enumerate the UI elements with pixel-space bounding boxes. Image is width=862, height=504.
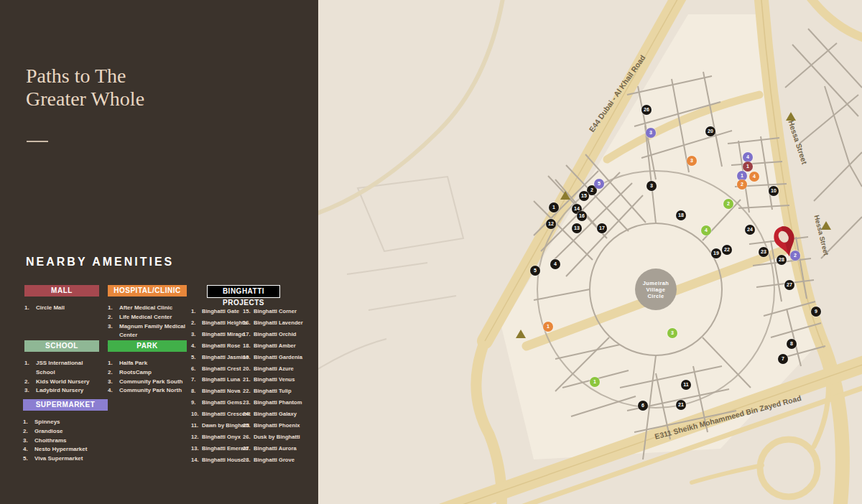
project-item: 15.Binghatti Corner <box>243 306 295 317</box>
project-marker-6: 6 <box>638 401 648 411</box>
brochure-page: Paths to The Greater Whole NEARBY AMENIT… <box>0 0 862 504</box>
project-item: 3.Binghatti Mirage <box>191 329 243 340</box>
amenities-heading: NEARBY AMENITIES <box>26 256 174 269</box>
legend-school-header: SCHOOL <box>24 340 99 352</box>
hospital-marker-3: 3 <box>687 156 697 166</box>
park-marker-4: 4 <box>701 225 711 235</box>
legend-item: 2.Kids World Nursery <box>24 378 99 387</box>
legend-item: 3.Community Park South <box>108 378 187 387</box>
legend-item: 3.Choithrams <box>23 437 108 446</box>
project-item: 19.Binghatti Gardenia <box>243 352 295 363</box>
park-marker-2: 2 <box>723 199 733 209</box>
project-item: 7.Binghatti Luna <box>191 374 243 386</box>
page-title: Paths to The Greater Whole <box>26 65 144 111</box>
project-marker-19: 19 <box>711 248 721 258</box>
project-marker-17: 17 <box>597 223 607 233</box>
project-item: 20.Binghatti Azure <box>243 363 295 375</box>
legend-item: 3.Ladybird Nursery <box>24 386 99 396</box>
project-marker-27: 27 <box>784 280 794 290</box>
project-marker-5: 5 <box>530 266 540 276</box>
project-marker-4: 4 <box>550 259 560 269</box>
project-item: 22.Binghatti Tulip <box>243 386 295 397</box>
project-marker-12: 12 <box>546 219 556 229</box>
supermarket-marker-4: 4 <box>743 152 753 162</box>
project-marker-18: 18 <box>676 210 686 220</box>
project-item: 9.Binghatti Gems <box>191 397 243 409</box>
legend-mall-header: MALL <box>24 285 99 297</box>
project-marker-24: 24 <box>745 225 755 235</box>
legend-projects-header: BINGHATTI PROJECTS <box>207 285 280 298</box>
projects-column-2: 15.Binghatti Corner16.Binghatti Lavender… <box>243 306 295 466</box>
project-marker-11: 11 <box>681 380 691 390</box>
hospital-marker-4: 4 <box>749 172 759 182</box>
project-item: 5.Binghatti Jasmine <box>191 352 243 363</box>
legend-school: SCHOOL 1.JSS International School2.Kids … <box>24 340 99 396</box>
hospital-marker-2: 2 <box>737 179 747 190</box>
legend-binghatti-projects: BINGHATTI PROJECTS 1.Binghatti Gate2.Bin… <box>191 285 296 466</box>
legend-supermarket: SUPERMARKET 1.Spinneys2.Grandiose3.Choit… <box>23 399 108 464</box>
legend-item: 1.JSS International School <box>24 359 99 378</box>
project-item: 18.Binghatti Amber <box>243 340 295 352</box>
project-item: 24.Binghatti Galaxy <box>243 409 295 420</box>
project-marker-9: 9 <box>811 307 821 317</box>
project-marker-13: 13 <box>572 223 582 233</box>
legend-park: PARK 1.Halfa Park2.RootsCamp3.Community … <box>108 340 187 396</box>
hospital-marker-1: 1 <box>543 322 553 332</box>
project-marker-7: 7 <box>778 354 788 364</box>
project-item: 12.Binghatti Onyx <box>191 431 243 443</box>
legend-item: 2.RootsCamp <box>108 368 187 378</box>
title-divider <box>27 141 48 142</box>
project-item: 26.Dusk by Binghatti <box>243 431 295 443</box>
project-item: 23.Binghatti Phantom <box>243 397 295 409</box>
project-marker-21: 21 <box>676 400 686 410</box>
project-marker-1: 1 <box>549 202 559 213</box>
sidebar: Paths to The Greater Whole NEARBY AMENIT… <box>0 0 318 504</box>
supermarket-marker-3: 3 <box>646 128 656 138</box>
legend-item: 1.Spinneys <box>23 418 108 427</box>
project-item: 4.Binghatti Rose <box>191 340 243 352</box>
project-item: 11.Dawn by Binghatti <box>191 420 243 431</box>
project-marker-8: 8 <box>787 339 797 349</box>
legend-park-header: PARK <box>108 340 187 352</box>
legend-item: 1.After Medical Clinic <box>108 304 187 313</box>
legend-item: 1.Circle Mall <box>24 304 99 313</box>
legend-hospital-header: HOSPITAL/CLINIC <box>108 285 187 297</box>
project-item: 28.Binghatti Grove <box>243 454 295 466</box>
legend-item: 5.Viva Supermarket <box>23 454 108 464</box>
mall-marker-1: 1 <box>743 162 753 172</box>
projects-column-1: 1.Binghatti Gate2.Binghatti Heights3.Bin… <box>191 306 243 466</box>
project-item: 21.Binghatti Venus <box>243 374 295 386</box>
project-item: 17.Binghatti Orchid <box>243 329 295 340</box>
project-marker-16: 16 <box>577 211 587 221</box>
project-item: 16.Binghatti Lavender <box>243 317 295 329</box>
legend-mall: MALL 1.Circle Mall <box>24 285 99 313</box>
legend-park-items: 1.Halfa Park2.RootsCamp3.Community Park … <box>108 359 187 396</box>
park-marker-3: 3 <box>667 328 677 338</box>
project-marker-3: 3 <box>646 181 657 191</box>
legend-item: 2.Life Medical Center <box>108 313 187 322</box>
project-marker-20: 20 <box>705 126 715 136</box>
project-item: 25.Binghatti Phoenix <box>243 420 295 431</box>
legend-item: 2.Grandiose <box>23 427 108 437</box>
legend-item: 4.Community Park North <box>108 386 187 396</box>
legend-item: 4.Nesto Hypermarket <box>23 445 108 454</box>
supermarket-marker-5: 5 <box>594 179 604 189</box>
legend-supermarket-items: 1.Spinneys2.Grandiose3.Choithrams4.Nesto… <box>23 418 108 464</box>
park-marker-1: 1 <box>590 377 600 387</box>
project-item: 14.Binghatti House <box>191 454 243 466</box>
project-marker-10: 10 <box>769 186 779 196</box>
project-item: 1.Binghatti Gate <box>191 306 243 317</box>
legend-item: 1.Halfa Park <box>108 359 187 368</box>
project-marker-26: 26 <box>641 105 652 115</box>
project-item: 13.Binghatti Emerald <box>191 443 243 454</box>
project-item: 27.Binghatti Aurora <box>243 443 295 454</box>
legend-item: 3.Magnum Family Medical Center <box>108 322 187 341</box>
project-item: 10.Binghatti Crescent <box>191 409 243 420</box>
project-item: 2.Binghatti Heights <box>191 317 243 329</box>
project-marker-15: 15 <box>579 191 589 201</box>
legend-supermarket-header: SUPERMARKET <box>23 399 108 411</box>
project-item: 8.Binghatti Nova <box>191 386 243 397</box>
project-marker-23: 23 <box>759 247 769 257</box>
jvc-map: E44 Dubai - Al Khail Road Hessa Street H… <box>318 0 862 504</box>
project-marker-22: 22 <box>722 245 732 255</box>
